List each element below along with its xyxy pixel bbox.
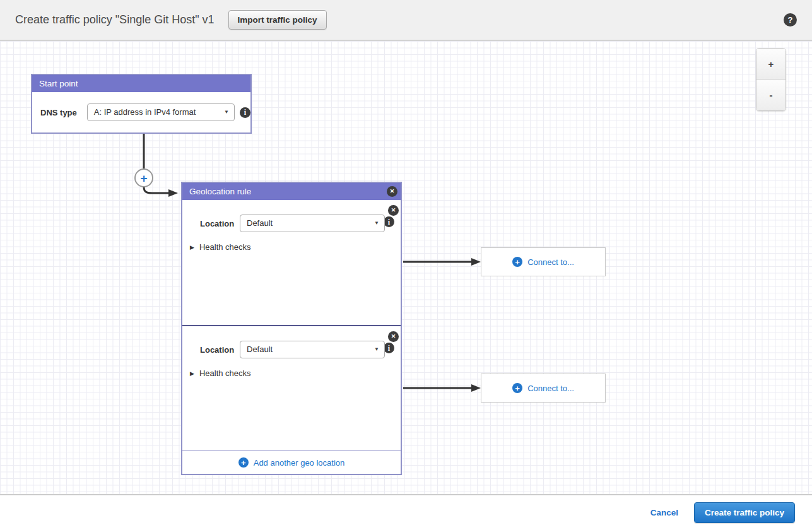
- page-title: Create traffic policy "Single Git Host" …: [15, 13, 215, 26]
- zoom-in-button[interactable]: +: [756, 49, 786, 80]
- location-value: Default: [247, 218, 273, 228]
- plus-circle-icon: +: [512, 257, 522, 267]
- geo-section-1-health-checks-toggle[interactable]: ▶ Health checks: [182, 242, 401, 252]
- add-rule-plus-icon[interactable]: +: [134, 168, 153, 187]
- connect-to-label: Connect to...: [527, 257, 574, 267]
- geo-section-2-location-row: Location Default ▼: [182, 326, 401, 358]
- collapsed-triangle-icon: ▶: [190, 244, 194, 250]
- add-another-geo-location-label: Add another geo location: [254, 458, 345, 468]
- geolocation-rule-box: Geolocation rule ✕ ✕ i Location Default …: [181, 182, 402, 475]
- add-another-geo-location-link[interactable]: + Add another geo location: [182, 451, 401, 474]
- geo-section-2-close-icon[interactable]: ✕: [388, 331, 399, 342]
- geo-location-section-2: ✕ i Location Default ▼ ▶ Health checks: [182, 326, 401, 450]
- import-traffic-policy-button[interactable]: Import traffic policy: [228, 10, 327, 30]
- action-footer: Cancel Create traffic policy: [0, 495, 812, 530]
- dns-type-label: DNS type: [40, 108, 87, 117]
- location-value: Default: [247, 344, 273, 354]
- page-header: Create traffic policy "Single Git Host" …: [0, 0, 812, 41]
- create-traffic-policy-button[interactable]: Create traffic policy: [694, 502, 795, 523]
- geolocation-rule-title: Geolocation rule: [189, 187, 251, 196]
- location-label: Location: [200, 345, 240, 355]
- start-point-box: Start point DNS type A: IP address in IP…: [31, 74, 252, 134]
- plus-circle-icon: +: [238, 457, 249, 468]
- geo-section-1-close-icon[interactable]: ✕: [388, 205, 399, 216]
- connect-to-label: Connect to...: [527, 384, 574, 393]
- chevron-down-icon: ▼: [374, 215, 379, 232]
- start-point-header: Start point: [32, 75, 250, 92]
- chevron-down-icon: ▼: [224, 104, 229, 121]
- geo-section-2-health-checks-toggle[interactable]: ▶ Health checks: [182, 368, 401, 378]
- geo-location-section-1: ✕ i Location Default ▼ ▶ Health checks: [182, 200, 401, 325]
- geo-section-1-location-select[interactable]: Default ▼: [240, 215, 385, 232]
- dns-type-info-icon[interactable]: i: [240, 107, 250, 118]
- policy-editor-canvas: Start point DNS type A: IP address in IP…: [0, 41, 812, 495]
- geo-section-1-location-row: Location Default ▼: [182, 200, 401, 232]
- chevron-down-icon: ▼: [374, 341, 379, 358]
- dns-type-value: A: IP address in IPv4 format: [94, 107, 196, 117]
- health-checks-label: Health checks: [199, 242, 251, 252]
- start-point-body: DNS type A: IP address in IPv4 format ▼ …: [32, 92, 250, 132]
- geolocation-rule-header: Geolocation rule ✕: [182, 183, 401, 200]
- zoom-controls: + -: [756, 48, 786, 111]
- connect-to-box-1[interactable]: + Connect to...: [481, 247, 606, 276]
- health-checks-label: Health checks: [199, 368, 251, 378]
- location-label: Location: [200, 219, 240, 228]
- plus-circle-icon: +: [512, 383, 522, 393]
- zoom-out-button[interactable]: -: [756, 80, 786, 110]
- cancel-button[interactable]: Cancel: [650, 508, 678, 517]
- connect-to-box-2[interactable]: + Connect to...: [481, 374, 606, 403]
- geo-section-2-info-icon[interactable]: i: [384, 343, 394, 353]
- geo-section-2-location-select[interactable]: Default ▼: [240, 341, 385, 358]
- geolocation-rule-close-icon[interactable]: ✕: [387, 186, 397, 197]
- geo-section-1-info-icon[interactable]: i: [384, 216, 394, 227]
- collapsed-triangle-icon: ▶: [190, 370, 194, 377]
- dns-type-select[interactable]: A: IP address in IPv4 format ▼: [87, 103, 235, 121]
- help-icon[interactable]: ?: [784, 13, 797, 26]
